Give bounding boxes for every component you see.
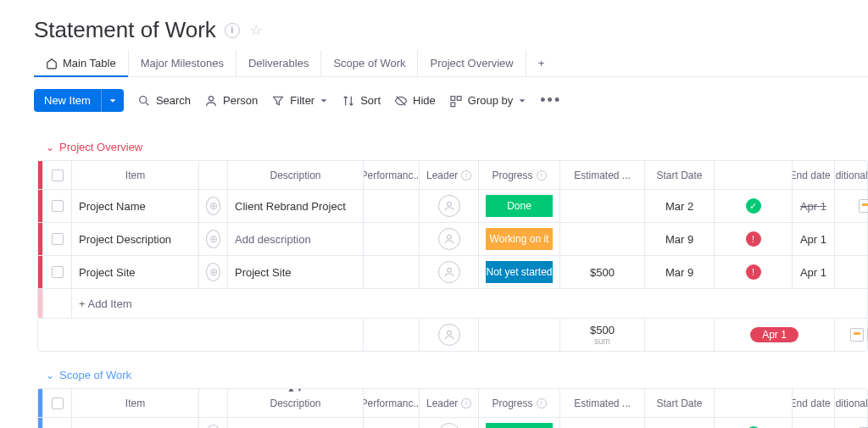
item-name[interactable]: Project Site — [72, 256, 199, 288]
select-all-cell[interactable] — [43, 389, 72, 417]
column-estimated[interactable]: Estimated ... — [560, 389, 645, 417]
column-item[interactable]: Item — [72, 389, 199, 417]
expand-row-button[interactable]: ⊕ — [199, 223, 228, 255]
end-status-cell[interactable]: ✓ — [715, 418, 793, 428]
end-date-cell[interactable]: Apr 1 — [793, 190, 835, 222]
expand-row-button[interactable]: ⊕ — [199, 190, 228, 222]
select-all-cell[interactable] — [43, 161, 72, 189]
more-options-button[interactable]: ••• — [540, 92, 561, 109]
column-leader[interactable]: Leaderi — [420, 389, 479, 417]
tab-major-milestones[interactable]: Major Milestones — [129, 50, 236, 76]
sort-button[interactable]: Sort — [342, 94, 381, 108]
end-status-cell[interactable]: ✓ — [715, 190, 793, 222]
row-select[interactable] — [43, 418, 72, 428]
column-end-date[interactable]: End datei — [793, 389, 835, 417]
column-additional[interactable]: Additional Inform... — [835, 161, 868, 189]
start-date-cell[interactable]: Mar 2 — [645, 190, 715, 222]
estimated-cell[interactable]: $500 — [560, 256, 645, 288]
checkbox[interactable] — [52, 170, 64, 181]
column-start-date[interactable]: Start Date — [645, 161, 715, 189]
search-button[interactable]: Search — [137, 94, 191, 108]
start-date-cell[interactable]: Mar 9 — [645, 256, 715, 288]
estimated-cell[interactable] — [560, 190, 645, 222]
column-description[interactable]: ▲▼Description — [228, 389, 364, 417]
performance-cell[interactable] — [364, 418, 420, 428]
additional-cell[interactable] — [835, 256, 868, 288]
checkbox[interactable] — [52, 397, 64, 409]
column-leader[interactable]: Leaderi — [420, 161, 479, 189]
description-cell[interactable]: Add description — [228, 223, 364, 255]
row-select[interactable] — [43, 190, 72, 222]
item-name[interactable]: Project Name — [72, 190, 199, 222]
item-name[interactable]: Project Description — [72, 223, 199, 255]
table-row[interactable]: Project Description ⊕ Add description Wo… — [38, 223, 867, 256]
row-select[interactable] — [43, 256, 72, 288]
end-status-cell[interactable]: ! — [715, 223, 793, 255]
person-filter-button[interactable]: Person — [204, 94, 258, 108]
drag-handle-icon[interactable]: ▲▼ — [287, 389, 304, 393]
checkbox[interactable] — [52, 266, 64, 278]
progress-cell[interactable]: Done — [479, 190, 560, 222]
group-by-button[interactable]: Group by — [449, 94, 526, 108]
end-date-cell[interactable]: Apr 1 — [793, 223, 835, 255]
column-description[interactable]: Description — [228, 161, 364, 189]
leader-cell[interactable] — [420, 418, 479, 428]
additional-cell[interactable] — [835, 223, 868, 255]
table-row[interactable]: Project activities ⊕ Activity A, B, C Do… — [38, 418, 867, 428]
start-date-cell[interactable]: Mar 9 — [645, 223, 715, 255]
expand-row-button[interactable]: ⊕ — [199, 418, 228, 428]
new-item-button[interactable]: New Item — [34, 89, 124, 112]
table-row[interactable]: Project Name ⊕ Client Rebrand Project Do… — [38, 190, 867, 223]
estimated-cell[interactable] — [560, 223, 645, 255]
description-cell[interactable]: Activity A, B, C — [228, 418, 364, 428]
column-end-date[interactable]: End datei — [793, 161, 835, 189]
end-date-cell[interactable]: Apr 1 — [793, 256, 835, 288]
add-item-label[interactable]: + Add Item — [72, 289, 868, 318]
column-item[interactable]: Item — [72, 161, 199, 189]
add-view-button[interactable]: + — [526, 50, 557, 76]
progress-cell[interactable]: Done — [479, 418, 560, 428]
leader-cell[interactable] — [420, 223, 479, 255]
progress-cell[interactable]: Not yet started — [479, 256, 560, 288]
start-date-cell[interactable]: Apr 14 — [645, 418, 715, 428]
filter-button[interactable]: Filter — [271, 94, 328, 108]
column-progress[interactable]: Progressi — [479, 161, 560, 189]
column-performance[interactable]: Performanc... — [364, 161, 420, 189]
star-icon[interactable]: ☆ — [248, 23, 264, 38]
checkbox[interactable] — [52, 233, 64, 245]
progress-cell[interactable]: Working on it — [479, 223, 560, 255]
performance-cell[interactable] — [364, 190, 420, 222]
checkbox[interactable] — [52, 200, 64, 212]
tab-scope-of-work[interactable]: Scope of Work — [321, 50, 418, 76]
new-item-label[interactable]: New Item — [34, 89, 101, 112]
row-select[interactable] — [43, 223, 72, 255]
column-performance[interactable]: Performanc... — [364, 389, 420, 417]
additional-cell[interactable] — [835, 190, 868, 222]
description-cell[interactable]: Client Rebrand Project — [228, 190, 364, 222]
additional-cell[interactable] — [835, 418, 868, 428]
column-additional[interactable]: Additional Inform... — [835, 389, 868, 417]
table-row[interactable]: Project Site ⊕ Project Site Not yet star… — [38, 256, 867, 289]
leader-cell[interactable] — [420, 190, 479, 222]
performance-cell[interactable] — [364, 223, 420, 255]
expand-row-button[interactable]: ⊕ — [199, 256, 228, 288]
end-status-cell[interactable]: ! — [715, 256, 793, 288]
tab-deliverables[interactable]: Deliverables — [236, 50, 322, 76]
group-header-scope-of-work[interactable]: ⌄ Scope of Work — [34, 365, 868, 388]
estimated-cell[interactable]: $5,000 — [560, 418, 645, 428]
group-header-project-overview[interactable]: ⌄ Project Overview — [34, 137, 868, 160]
item-name[interactable]: Project activities — [72, 418, 199, 428]
description-cell[interactable]: Project Site — [228, 256, 364, 288]
end-date-cell[interactable]: Apr 1 — [793, 418, 835, 428]
performance-cell[interactable] — [364, 256, 420, 288]
column-estimated[interactable]: Estimated ... — [560, 161, 645, 189]
add-item-row[interactable]: + Add Item — [38, 289, 867, 318]
column-start-date[interactable]: Start Date — [645, 389, 715, 417]
leader-cell[interactable] — [420, 256, 479, 288]
column-progress[interactable]: Progressi — [479, 389, 560, 417]
tab-main-table[interactable]: Main Table — [34, 50, 129, 76]
info-icon[interactable]: i — [225, 23, 240, 38]
hide-button[interactable]: Hide — [394, 94, 436, 108]
tab-project-overview[interactable]: Project Overview — [418, 50, 526, 76]
new-item-dropdown[interactable] — [101, 89, 124, 112]
